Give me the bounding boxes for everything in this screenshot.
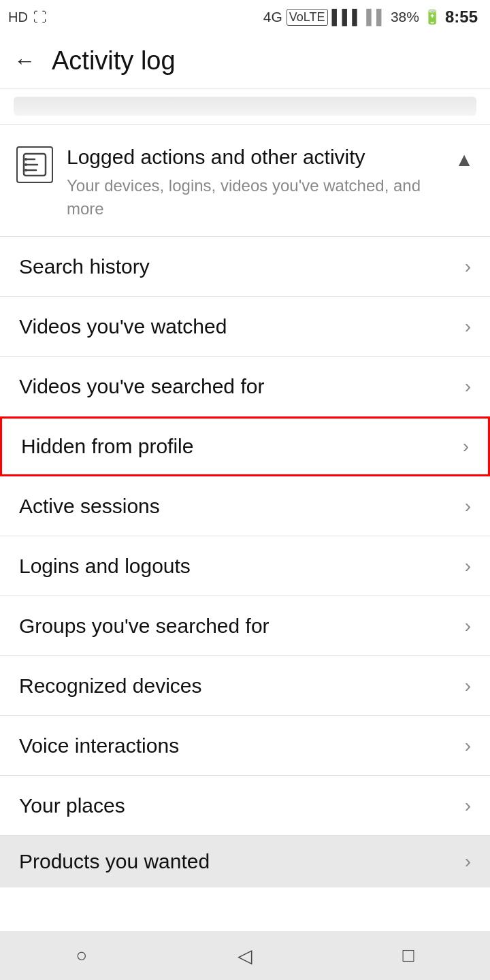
- battery-level: 38%: [391, 9, 419, 25]
- recents-button[interactable]: □: [381, 935, 436, 976]
- section-subtitle: Your devices, logins, videos you've watc…: [67, 174, 441, 220]
- chevron-right-icon: ›: [465, 316, 471, 338]
- image-icon: ⛶: [33, 10, 47, 25]
- svg-point-2: [24, 158, 27, 161]
- section-icon: [16, 146, 53, 183]
- back-button[interactable]: ←: [14, 48, 35, 74]
- section-text: Logged actions and other activity Your d…: [67, 144, 441, 220]
- chevron-right-icon: ›: [465, 495, 471, 517]
- menu-item-recognized-devices[interactable]: Recognized devices ›: [0, 656, 490, 716]
- chevron-right-icon: ›: [463, 436, 469, 457]
- volte-icon: VoLTE: [287, 9, 328, 26]
- status-left: HD ⛶: [8, 10, 47, 25]
- page-title: Activity log: [52, 46, 176, 76]
- home-button[interactable]: ○: [54, 935, 109, 976]
- menu-item-voice-interactions[interactable]: Voice interactions ›: [0, 716, 490, 776]
- menu-item-search-history[interactable]: Search history ›: [0, 237, 490, 297]
- chevron-right-icon: ›: [465, 735, 471, 757]
- menu-item-label: Hidden from profile: [21, 435, 193, 458]
- chevron-right-icon: ›: [465, 851, 471, 872]
- menu-item-label: Groups you've searched for: [19, 615, 270, 638]
- home-icon: ○: [76, 945, 88, 966]
- menu-item-label: Active sessions: [19, 495, 160, 518]
- menu-item-your-places[interactable]: Your places ›: [0, 776, 490, 836]
- menu-item-videos-watched[interactable]: Videos you've watched ›: [0, 297, 490, 357]
- status-right: 4G VoLTE ▌▌▌ ▌▌ 38% 🔋 8:55: [263, 7, 478, 27]
- chevron-right-icon: ›: [465, 795, 471, 817]
- menu-item-label: Recognized devices: [19, 674, 202, 698]
- page-header: ← Activity log: [0, 34, 490, 88]
- svg-point-6: [24, 169, 27, 172]
- menu-item-label: Your places: [19, 794, 125, 817]
- time-display: 8:55: [445, 7, 478, 27]
- menu-item-logins-logouts[interactable]: Logins and logouts ›: [0, 536, 490, 596]
- section-collapse-icon[interactable]: ▲: [455, 149, 474, 171]
- battery-icon: 🔋: [423, 9, 441, 25]
- chevron-right-icon: ›: [465, 675, 471, 697]
- menu-item-hidden-profile[interactable]: Hidden from profile ›: [0, 416, 490, 476]
- status-bar: HD ⛶ 4G VoLTE ▌▌▌ ▌▌ 38% 🔋 8:55: [0, 0, 490, 34]
- back-nav-button[interactable]: ◁: [218, 935, 272, 976]
- bottom-nav: ○ ◁ □: [0, 931, 490, 980]
- menu-item-label: Logins and logouts: [19, 555, 191, 578]
- chevron-right-icon: ›: [465, 256, 471, 278]
- menu-item-videos-searched[interactable]: Videos you've searched for ›: [0, 357, 490, 416]
- menu-item-groups-searched[interactable]: Groups you've searched for ›: [0, 596, 490, 656]
- back-nav-icon: ◁: [238, 945, 252, 967]
- menu-item-label: Videos you've watched: [19, 315, 227, 338]
- menu-list: Search history › Videos you've watched ›…: [0, 237, 490, 887]
- menu-item-products-wanted[interactable]: Products you wanted ›: [0, 836, 490, 887]
- svg-point-4: [24, 163, 27, 166]
- menu-item-label: Videos you've searched for: [19, 375, 264, 398]
- menu-item-label: Products you wanted: [19, 850, 210, 873]
- signal-bars: ▌▌▌: [332, 9, 363, 25]
- section-title: Logged actions and other activity: [67, 144, 441, 170]
- menu-item-label: Search history: [19, 255, 150, 278]
- menu-item-active-sessions[interactable]: Active sessions ›: [0, 476, 490, 536]
- scroll-hint: [14, 97, 476, 116]
- chevron-right-icon: ›: [465, 376, 471, 397]
- hd-label: HD: [8, 10, 28, 25]
- signal-bars-2: ▌▌: [366, 9, 387, 25]
- chevron-right-icon: ›: [465, 555, 471, 577]
- chevron-right-icon: ›: [465, 615, 471, 637]
- menu-item-label: Voice interactions: [19, 734, 179, 757]
- recents-icon: □: [403, 945, 414, 966]
- network-label: 4G: [263, 9, 282, 25]
- section-header: Logged actions and other activity Your d…: [0, 125, 490, 236]
